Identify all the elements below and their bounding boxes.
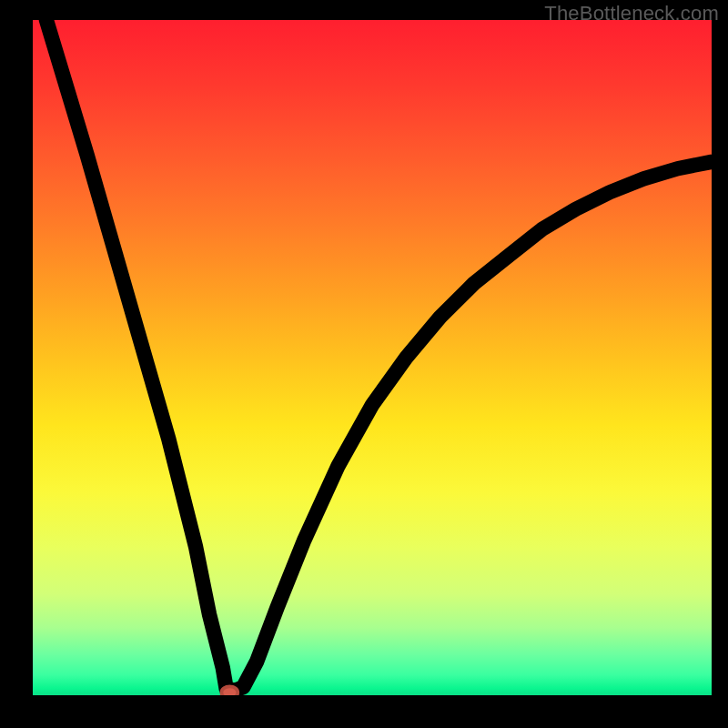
bottleneck-curve <box>46 20 712 690</box>
plot-area <box>33 20 712 695</box>
watermark-text: TheBottleneck.com <box>544 2 719 25</box>
chart-svg <box>33 20 712 695</box>
minimum-marker <box>221 686 238 695</box>
chart-frame: TheBottleneck.com <box>0 0 728 728</box>
